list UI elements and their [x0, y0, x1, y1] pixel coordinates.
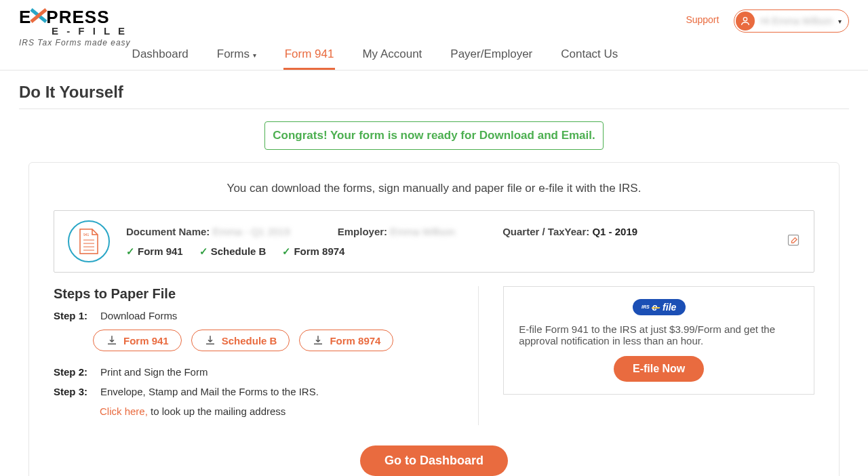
step2-text: Print and Sign the Form: [100, 366, 208, 378]
step1-text: Download Forms: [100, 310, 177, 321]
go-to-dashboard-button[interactable]: Go to Dashboard: [360, 445, 508, 476]
chevron-down-icon: ▾: [253, 52, 256, 59]
efile-now-button[interactable]: E-file Now: [614, 356, 704, 382]
avatar-icon: [736, 12, 755, 31]
main-nav: Dashboard Forms ▾ Form 941 My Account Pa…: [131, 41, 849, 70]
download-icon: [106, 334, 118, 346]
quarter-label: Quarter / TaxYear:: [502, 226, 589, 237]
doc-name-value: Emma - Q1 2019: [213, 226, 290, 237]
step3-label: Step 3:: [54, 386, 91, 397]
efile-text: E-file Form 941 to the IRS at just $3.99…: [519, 323, 799, 346]
steps-title: Steps to Paper File: [54, 286, 458, 302]
nav-account[interactable]: My Account: [361, 41, 423, 70]
download-icon: [312, 334, 324, 346]
edit-button[interactable]: [787, 233, 800, 250]
doc-name-label: Document Name:: [126, 226, 210, 237]
user-name: Hi Emma Willson: [760, 16, 833, 26]
status-form8974: ✓Form 8974: [282, 245, 344, 258]
chevron-down-icon: ▾: [838, 18, 842, 25]
svg-point-0: [744, 18, 747, 21]
nav-payer[interactable]: Payer/Employer: [449, 41, 534, 70]
tagline: IRS Tax Forms made easy: [19, 38, 131, 47]
nav-forms[interactable]: Forms ▾: [216, 41, 258, 70]
download-form8974-button[interactable]: Form 8974: [299, 330, 393, 351]
svg-text:941: 941: [83, 233, 90, 237]
mailing-text: to look up the mailing address: [148, 405, 285, 417]
congrats-banner: Congrats! Your form is now ready for Dow…: [264, 121, 604, 150]
nav-form941[interactable]: Form 941: [283, 41, 336, 70]
status-scheduleb: ✓Schedule B: [199, 245, 267, 258]
nav-contact[interactable]: Contact Us: [559, 41, 619, 70]
step1-label: Step 1:: [54, 310, 91, 321]
mailing-address-link[interactable]: Click here,: [100, 405, 148, 417]
employer-value: Emma Willson: [390, 226, 455, 237]
irs-efile-logo: IRS e file: [633, 299, 686, 315]
check-icon: ✓: [126, 245, 135, 257]
document-icon: 941: [68, 220, 110, 262]
logo-subline: E - F I L E: [52, 25, 131, 37]
download-scheduleb-button[interactable]: Schedule B: [191, 330, 290, 351]
efile-panel: IRS e file E-file Form 941 to the IRS at…: [503, 286, 814, 395]
page-title: Do It Yourself: [19, 83, 849, 109]
document-summary: 941 Document Name: Emma - Q1 2019 Employ…: [54, 210, 814, 273]
download-form941-button[interactable]: Form 941: [93, 330, 182, 351]
support-link[interactable]: Support: [686, 14, 719, 25]
step2-label: Step 2:: [54, 366, 91, 378]
check-icon: ✓: [282, 245, 291, 257]
nav-dashboard[interactable]: Dashboard: [131, 41, 190, 70]
status-form941: ✓Form 941: [126, 245, 183, 258]
employer-label: Employer:: [338, 226, 387, 237]
quarter-value: Q1 - 2019: [592, 226, 637, 237]
check-icon: ✓: [199, 245, 208, 257]
user-menu[interactable]: Hi Emma Willson ▾: [734, 9, 849, 33]
download-icon: [204, 334, 216, 346]
main-card: You can download the forms, sign manuall…: [28, 162, 840, 476]
lead-text: You can download the forms, sign manuall…: [54, 182, 814, 195]
step3-text: Envelope, Stamp and Mail the Forms to th…: [100, 386, 319, 397]
